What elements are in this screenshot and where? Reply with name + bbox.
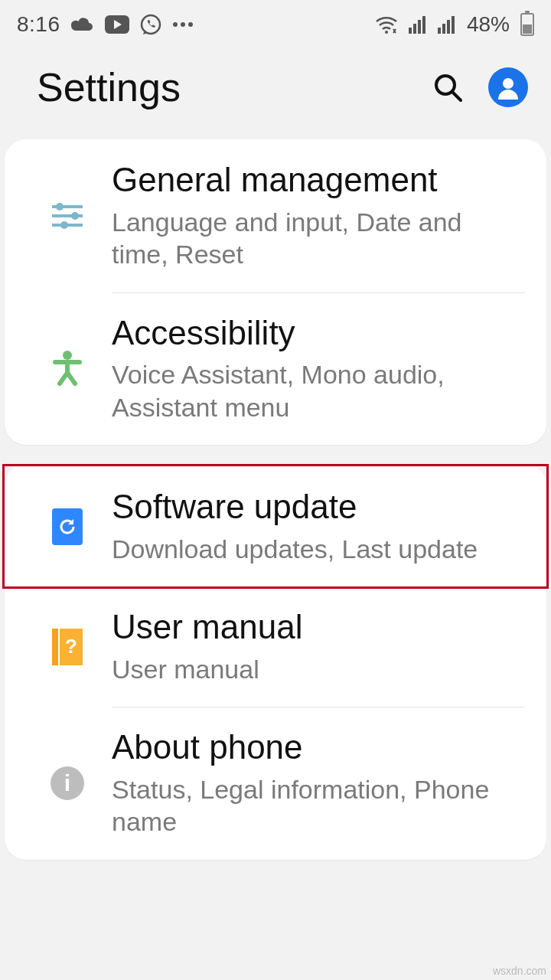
svg-point-5 [385,31,388,34]
svg-line-15 [452,92,461,100]
svg-rect-10 [438,28,441,34]
settings-group-1: General management Language and input, D… [5,139,546,445]
whatsapp-icon [140,14,161,35]
signal-icon-2 [438,15,456,34]
svg-rect-7 [413,24,416,34]
update-icon [23,508,112,545]
wifi-icon [375,15,398,34]
svg-rect-6 [409,28,412,34]
row-software-update[interactable]: Software update Download updates, Last u… [2,464,549,589]
sliders-icon [23,201,112,231]
search-button[interactable] [432,71,464,103]
cloud-icon [71,16,94,33]
svg-rect-12 [447,20,450,34]
svg-point-22 [60,221,68,229]
status-right: 48% [375,12,534,37]
row-title: User manual [112,608,525,647]
row-title: General management [112,161,525,200]
svg-point-23 [63,351,72,360]
row-subtitle: Voice Assistant, Mono audio, Assistant m… [112,358,525,423]
svg-point-16 [503,78,514,89]
row-subtitle: Language and input, Date and time, Reset [112,206,525,271]
battery-icon [520,13,534,36]
signal-icon-1 [409,15,427,34]
row-title: Software update [112,488,525,527]
row-subtitle: Download updates, Last update [112,533,525,566]
status-bar: 8:16 48% [0,0,551,41]
row-subtitle: User manual [112,653,525,686]
status-left: 8:16 [17,12,194,37]
person-icon [23,350,112,387]
row-accessibility[interactable]: Accessibility Voice Assistant, Mono audi… [5,292,546,446]
svg-point-3 [181,22,185,27]
settings-group-2: Software update Download updates, Last u… [5,464,546,860]
svg-rect-8 [418,20,421,34]
row-about-phone[interactable]: i About phone Status, Legal information,… [5,707,546,860]
header-actions [432,67,528,107]
row-user-manual[interactable]: ? User manual User manual [5,586,546,707]
row-subtitle: Status, Legal information, Phone name [112,773,525,838]
svg-point-20 [71,212,79,220]
page-title: Settings [37,64,181,110]
youtube-icon [105,15,129,34]
more-icon [172,21,194,28]
info-icon: i [23,766,112,800]
svg-rect-13 [452,16,455,34]
row-title: About phone [112,728,525,767]
svg-rect-11 [442,24,445,34]
svg-point-2 [173,22,178,27]
svg-point-18 [56,203,64,211]
battery-percentage: 48% [467,12,510,37]
manual-icon: ? [23,629,112,665]
account-avatar[interactable] [488,67,528,107]
svg-point-4 [188,22,193,27]
svg-rect-9 [422,16,425,34]
status-clock: 8:16 [17,12,60,37]
app-header: Settings [0,41,551,139]
row-general-management[interactable]: General management Language and input, D… [5,139,546,292]
watermark: wsxdn.com [493,965,546,977]
row-title: Accessibility [112,314,525,353]
